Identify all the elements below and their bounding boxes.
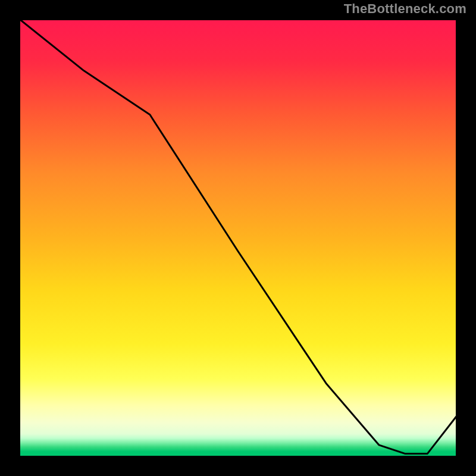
watermark-text: TheBottleneck.com	[344, 1, 466, 17]
plot-area	[18, 18, 458, 458]
bottleneck-line	[18, 18, 458, 458]
figure-canvas: TheBottleneck.com	[0, 0, 476, 476]
